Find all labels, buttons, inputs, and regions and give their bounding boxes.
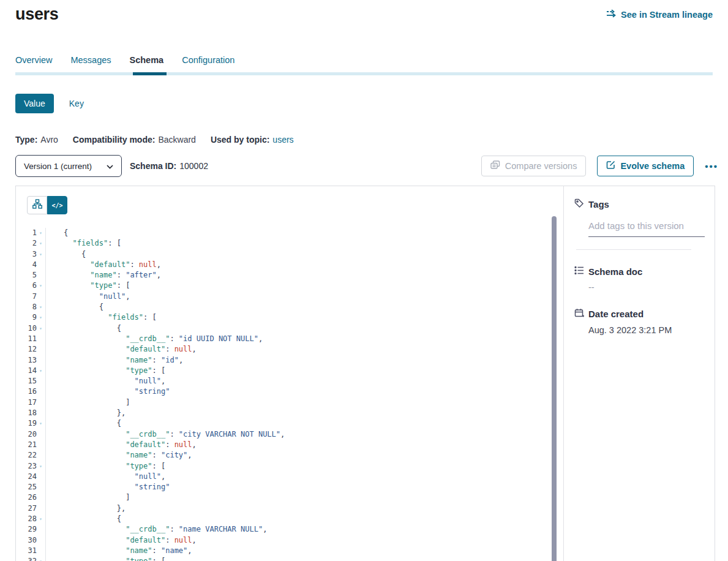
version-select-value: Version 1 (current) (24, 162, 92, 171)
line-number: 30 (16, 535, 37, 546)
code-line: 15 "null", (16, 376, 551, 386)
code-line: 25 "string" (16, 482, 551, 492)
evolve-schema-button[interactable]: Evolve schema (597, 156, 694, 176)
more-options-button[interactable]: ••• (705, 161, 718, 171)
code-lines: 1▾{2▾ "fields": [3▾ {4 "default": null,5… (16, 228, 551, 561)
code-line: 3▾ { (16, 249, 551, 260)
code-line: 14▾ "type": [ (16, 366, 551, 376)
view-mode-toggle: </> (27, 196, 67, 214)
tab-overview[interactable]: Overview (15, 55, 52, 65)
tab-underline (15, 72, 713, 75)
used-by-topic-label: Used by topic: (211, 135, 269, 145)
collapse-arrow-icon[interactable]: ▾ (37, 280, 45, 291)
schema-code-viewer: </> 1▾{2▾ "fields": [3▾ {4 "default": nu… (16, 186, 563, 561)
line-number: 3 (16, 249, 37, 260)
code-line: 17 ] (16, 397, 551, 408)
collapse-arrow-icon[interactable]: ▾ (37, 302, 45, 312)
tags-heading: Tags (588, 199, 609, 209)
line-number: 32 (16, 556, 37, 561)
tab-schema[interactable]: Schema (130, 55, 164, 65)
line-number: 13 (16, 355, 37, 366)
code-line: 22 "name": "city", (16, 450, 551, 461)
tree-view-button[interactable] (27, 196, 47, 214)
edit-icon (606, 160, 615, 171)
schema-doc-section: Schema doc -- (574, 266, 704, 292)
tab-messages[interactable]: Messages (70, 55, 111, 65)
line-number: 16 (16, 386, 37, 397)
list-icon (574, 266, 584, 277)
code-line: 8▾ { (16, 302, 551, 312)
line-number: 2 (16, 238, 37, 249)
code-line: 26 ] (16, 492, 551, 503)
topic-link[interactable]: users (272, 135, 293, 145)
line-number: 28 (16, 514, 37, 524)
line-number: 26 (16, 492, 37, 503)
value-button[interactable]: Value (15, 94, 54, 113)
schema-id-label: Schema ID: (130, 161, 176, 171)
code-line: 30 "default": null, (16, 535, 551, 546)
evolve-schema-label: Evolve schema (620, 161, 685, 171)
schema-meta: Type:Avro Compatibility mode:Backward Us… (15, 135, 294, 145)
line-number: 14 (16, 366, 37, 376)
stream-lineage-icon (606, 9, 617, 20)
line-number: 4 (16, 260, 37, 270)
schema-id-value: 100002 (179, 161, 208, 171)
key-value-toggle: Value Key (15, 94, 84, 113)
line-number: 25 (16, 482, 37, 492)
code-line: 5 "name": "after", (16, 270, 551, 280)
collapse-arrow-icon[interactable]: ▾ (37, 323, 45, 334)
tab-configuration[interactable]: Configuration (182, 55, 235, 65)
stream-lineage-link[interactable]: See in Stream lineage (606, 9, 713, 20)
code-view-button[interactable]: </> (47, 196, 67, 214)
line-number: 27 (16, 503, 37, 514)
schema-doc-value: -- (588, 282, 704, 292)
code-line: 27 }, (16, 503, 551, 514)
collapse-arrow-icon[interactable]: ▾ (37, 228, 45, 238)
code-line: 9▾ "fields": [ (16, 312, 551, 323)
version-bar: Version 1 (current) Schema ID:100002 Com… (15, 155, 718, 177)
code-line: 18 }, (16, 408, 551, 418)
tags-section: Tags (574, 198, 704, 250)
collapse-arrow-icon[interactable]: ▾ (37, 312, 45, 323)
tree-view-icon (32, 199, 42, 211)
collapse-arrow-icon[interactable]: ▾ (37, 556, 45, 561)
code-line: 4 "default": null, (16, 260, 551, 270)
line-number: 1 (16, 228, 37, 238)
collapse-arrow-icon[interactable]: ▾ (37, 366, 45, 376)
vertical-scrollbar[interactable] (552, 216, 557, 561)
code-line: 10▾ { (16, 323, 551, 334)
code-line: 7 "null", (16, 292, 551, 302)
type-value: Avro (40, 135, 58, 145)
code-line: 6▾ "type": [ (16, 280, 551, 291)
line-number: 15 (16, 376, 37, 386)
page-title: users (15, 5, 59, 24)
add-tags-input[interactable] (588, 220, 705, 237)
schema-panel: </> 1▾{2▾ "fields": [3▾ {4 "default": nu… (15, 186, 715, 561)
schema-doc-heading-row: Schema doc (574, 266, 704, 277)
code-line: 20 "__crdb__": "city VARCHAR NOT NULL", (16, 429, 551, 440)
line-number: 23 (16, 461, 37, 472)
code-line: 28▾ { (16, 514, 551, 524)
calendar-plus-icon (574, 308, 584, 320)
code-line: 21 "default": null, (16, 440, 551, 450)
line-number: 21 (16, 440, 37, 450)
date-created-section: Date created Aug. 3 2022 3:21 PM (574, 308, 704, 335)
collapse-arrow-icon[interactable]: ▾ (37, 238, 45, 249)
code-line: 11 "__crdb__": "id UUID NOT NULL", (16, 334, 551, 344)
collapse-arrow-icon[interactable]: ▾ (37, 461, 45, 472)
collapse-arrow-icon[interactable]: ▾ (37, 514, 45, 524)
line-number: 9 (16, 312, 37, 323)
version-select[interactable]: Version 1 (current) (15, 155, 122, 177)
collapse-arrow-icon[interactable]: ▾ (37, 418, 45, 429)
chevron-down-icon (107, 162, 113, 171)
line-number: 19 (16, 418, 37, 429)
line-number: 11 (16, 334, 37, 344)
line-number: 8 (16, 302, 37, 312)
key-button[interactable]: Key (69, 99, 84, 108)
type-label: Type: (15, 135, 37, 145)
line-number: 5 (16, 270, 37, 280)
line-number: 7 (16, 292, 37, 302)
code-line: 23▾ "type": [ (16, 461, 551, 472)
collapse-arrow-icon[interactable]: ▾ (37, 249, 45, 260)
compare-versions-button[interactable]: Compare versions (481, 156, 587, 176)
